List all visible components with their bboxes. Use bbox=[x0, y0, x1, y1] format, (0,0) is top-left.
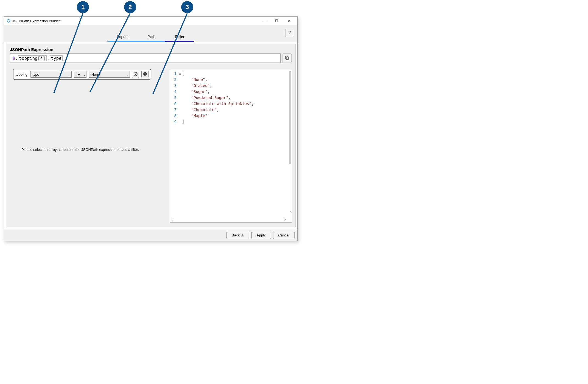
help-button[interactable]: ? bbox=[285, 29, 294, 37]
line-number: 5 bbox=[171, 95, 178, 100]
line-number: 9 bbox=[171, 120, 178, 124]
callout-3: 3 bbox=[181, 1, 193, 13]
code-line: 5 "Powdered Sugar", bbox=[171, 95, 287, 101]
tab-path-label: Path bbox=[147, 35, 155, 39]
line-number: 7 bbox=[171, 108, 178, 112]
line-number: 4 bbox=[171, 89, 178, 94]
code-line: 8 "Maple" bbox=[171, 113, 287, 119]
chevron-down-icon: ⌄ bbox=[68, 73, 70, 76]
code-text: [ bbox=[182, 71, 184, 76]
attribute-value: type bbox=[32, 72, 39, 77]
expression-input[interactable]: $.topping[*].type bbox=[10, 53, 281, 63]
cancel-filter-button[interactable] bbox=[141, 71, 149, 78]
callout-2: 2 bbox=[124, 1, 136, 13]
line-number: 3 bbox=[171, 83, 178, 88]
svg-rect-1 bbox=[286, 57, 289, 60]
code-line: 2 "None", bbox=[171, 77, 287, 83]
code-line: 3 "Glazed", bbox=[171, 83, 287, 89]
line-number: 2 bbox=[171, 77, 178, 82]
code-text: "Glazed", bbox=[182, 83, 212, 88]
cancel-label: Cancel bbox=[278, 233, 289, 237]
value-dropdown[interactable]: 'None' ⌄ bbox=[89, 71, 130, 78]
code-line: 6 "Chocolate with Sprinkles", bbox=[171, 101, 287, 107]
minimize-button[interactable]: — bbox=[258, 17, 270, 25]
app-icon bbox=[6, 19, 11, 23]
back-label: Back bbox=[232, 233, 240, 237]
operator-value: != bbox=[76, 72, 80, 77]
window-title: JSONPath Expression Builder bbox=[12, 19, 60, 23]
maximize-button[interactable]: ☐ bbox=[270, 17, 283, 25]
operator-dropdown[interactable]: != ⌄ bbox=[74, 71, 86, 78]
scroll-down-icon[interactable]: ˅ bbox=[290, 211, 291, 215]
apply-label: Apply bbox=[257, 233, 266, 237]
tab-underline bbox=[165, 41, 194, 42]
callout-1: 1 bbox=[77, 1, 89, 13]
vertical-scrollbar[interactable] bbox=[289, 71, 291, 164]
code-text: "Sugar", bbox=[182, 89, 210, 94]
help-icon: ? bbox=[289, 30, 291, 35]
expr-segment-type[interactable]: type bbox=[50, 55, 63, 61]
attribute-dropdown[interactable]: type ⌄ bbox=[30, 71, 72, 78]
code-line: 9] bbox=[171, 119, 287, 125]
copy-button[interactable] bbox=[282, 53, 292, 63]
window-controls: — ☐ ✕ bbox=[258, 17, 295, 25]
x-circle-icon bbox=[143, 72, 147, 77]
dialog-window: JSONPath Expression Builder — ☐ ✕ Import… bbox=[4, 16, 298, 241]
filter-hint: Please select an array attribute in the … bbox=[21, 148, 139, 152]
titlebar: JSONPath Expression Builder — ☐ ✕ bbox=[4, 17, 297, 25]
filter-prefix: topping: bbox=[16, 72, 28, 77]
warning-icon: ⚠ bbox=[241, 233, 244, 237]
tab-underline bbox=[138, 41, 165, 42]
copy-icon bbox=[285, 56, 289, 61]
expression-label: JSONPath Expression bbox=[10, 47, 293, 52]
tab-underline bbox=[107, 41, 138, 42]
code-text: "Chocolate with Sprinkles", bbox=[182, 101, 254, 106]
accept-filter-button[interactable] bbox=[132, 71, 139, 78]
chevron-down-icon: ⌄ bbox=[83, 73, 85, 76]
back-button[interactable]: Back ⚠ bbox=[226, 232, 249, 239]
tab-import[interactable]: Import bbox=[107, 32, 138, 42]
code-text: "None", bbox=[182, 77, 208, 82]
fold-gutter[interactable]: ⊟ bbox=[178, 71, 182, 76]
content-area: JSONPath Expression $.topping[*].type to… bbox=[6, 44, 296, 227]
result-code[interactable]: 1⊟[2 "None",3 "Glazed",4 "Sugar",5 "Powd… bbox=[171, 70, 287, 216]
cancel-button[interactable]: Cancel bbox=[273, 232, 295, 239]
apply-button[interactable]: Apply bbox=[251, 232, 271, 239]
line-number: 6 bbox=[171, 101, 178, 106]
filter-popover: topping: type ⌄ != ⌄ 'None' ⌄ bbox=[13, 69, 151, 80]
code-text: "Chocolate", bbox=[182, 108, 219, 112]
close-button[interactable]: ✕ bbox=[283, 17, 295, 25]
tab-path[interactable]: Path bbox=[138, 32, 165, 42]
code-line: 7 "Chocolate", bbox=[171, 107, 287, 113]
code-line: 4 "Sugar", bbox=[171, 89, 287, 95]
code-text: "Powdered Sugar", bbox=[182, 95, 231, 100]
scroll-left-icon[interactable]: ‹ bbox=[172, 217, 173, 221]
code-text: "Maple" bbox=[182, 114, 208, 118]
tab-bar: Import Path Filter ? bbox=[4, 25, 297, 42]
line-number: 1 bbox=[171, 71, 178, 76]
tab-filter[interactable]: Filter bbox=[165, 32, 194, 42]
expr-root: $ bbox=[12, 56, 15, 61]
code-text: ] bbox=[182, 120, 184, 124]
code-line: 1⊟[ bbox=[171, 70, 287, 77]
check-circle-icon bbox=[133, 72, 138, 77]
chevron-down-icon: ⌄ bbox=[126, 73, 128, 76]
line-number: 8 bbox=[171, 114, 178, 118]
dialog-footer: Back ⚠ Apply Cancel bbox=[4, 229, 297, 241]
scroll-right-icon[interactable]: › bbox=[284, 217, 286, 221]
result-panel: 1⊟[2 "None",3 "Glazed",4 "Sugar",5 "Powd… bbox=[170, 69, 292, 223]
expr-segment-topping[interactable]: topping[*] bbox=[18, 55, 46, 61]
